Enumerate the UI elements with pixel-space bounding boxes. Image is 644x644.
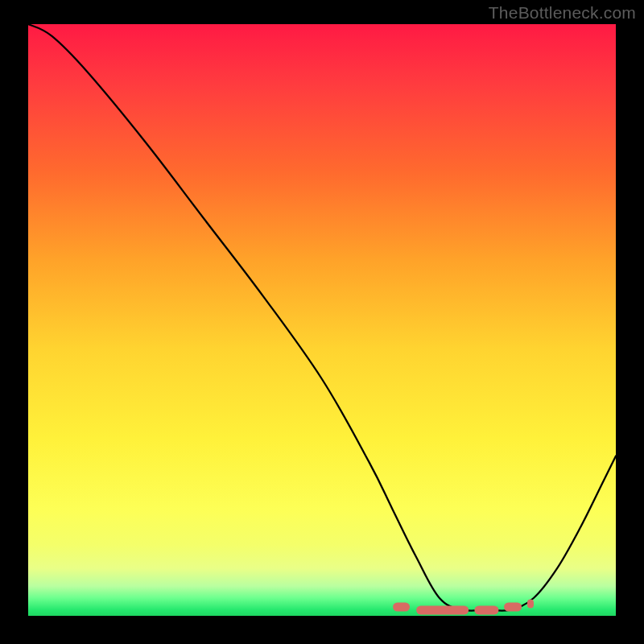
optimal-range-segment [504, 602, 522, 611]
plot-area [28, 24, 616, 616]
optimal-range-segment [416, 605, 469, 614]
watermark-label: TheBottleneck.com [489, 3, 636, 23]
optimal-range-segment [527, 600, 534, 609]
optimal-range-markers [28, 24, 616, 616]
optimal-range-segment [475, 605, 498, 614]
optimal-range-segment [393, 602, 411, 611]
chart-frame: TheBottleneck.com [0, 0, 644, 644]
